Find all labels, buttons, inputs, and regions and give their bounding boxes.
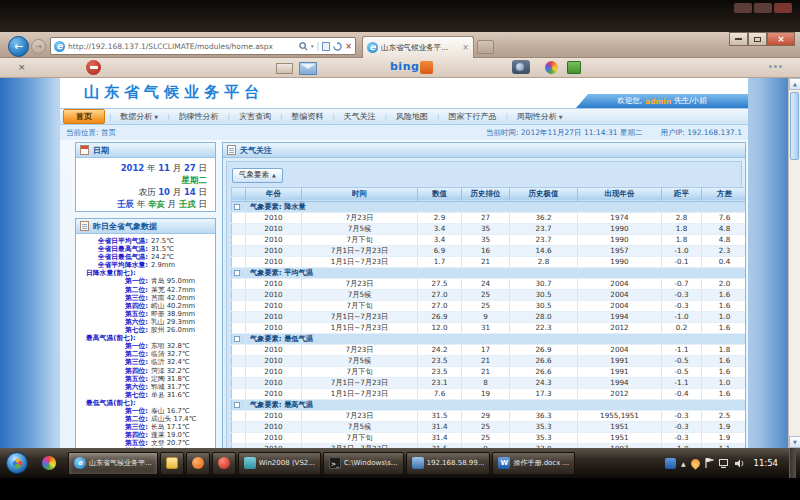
- taskbar-button-4[interactable]: Win2008 (VS2...: [238, 452, 321, 475]
- table-cell: 2010: [246, 421, 302, 432]
- nav-item-label: 整编资料: [291, 111, 323, 122]
- taskbar-button-0[interactable]: 山东省气候业务平...: [68, 452, 158, 475]
- table-cell: 1990: [578, 223, 662, 234]
- pinwheel-icon[interactable]: [545, 61, 558, 74]
- taskbar-button-3[interactable]: [212, 452, 236, 475]
- table-cell: 2012: [578, 388, 662, 399]
- table-cell: 7月5候: [302, 289, 418, 300]
- tab-title: 山东省气候业务平...: [381, 43, 459, 53]
- nav-item-6[interactable]: 风险地图: [387, 109, 437, 124]
- nav-item-3[interactable]: 灾害查询: [230, 109, 280, 124]
- section-checkbox[interactable]: [234, 204, 240, 210]
- list-item: 第三位:长岛 17.1℃: [76, 423, 213, 431]
- scroll-down-icon[interactable]: ▼: [789, 436, 800, 448]
- divider: |: [317, 42, 320, 51]
- page-scrollbar[interactable]: ▲ ▼: [788, 78, 800, 448]
- toolbar-close-icon[interactable]: ×: [18, 62, 26, 72]
- volume-icon[interactable]: [735, 459, 745, 468]
- network-icon[interactable]: [719, 459, 730, 468]
- nav-item-8[interactable]: 周期性分析▼: [508, 109, 572, 124]
- url-text[interactable]: http://192.168.137.1/SLCCLIMATE/modules/…: [68, 42, 296, 51]
- yesterday-title: 昨日全省气象数据: [93, 221, 157, 232]
- back-button[interactable]: ←: [8, 36, 29, 57]
- item-label: 全省日平均气温:: [76, 237, 148, 245]
- blocker-icon[interactable]: [86, 60, 101, 75]
- address-bar[interactable]: http://192.168.137.1/SLCCLIMATE/modules/…: [50, 37, 356, 55]
- table-cell: 7月下旬: [302, 234, 418, 245]
- item-value: 24.2℃: [151, 253, 174, 261]
- forward-button[interactable]: →: [31, 39, 46, 54]
- item-label: 全省日最高气温:: [76, 245, 148, 253]
- nav-item-4[interactable]: 整编资料: [282, 109, 332, 124]
- table-cell: 1990: [578, 256, 662, 267]
- table-cell: 2.3: [702, 245, 747, 256]
- table-cell: 1991: [578, 366, 662, 377]
- section-row[interactable]: 气象要素: 最高气温: [232, 399, 747, 410]
- column-header: [232, 187, 246, 201]
- taskbar-button-6[interactable]: 192.168.58.99...: [406, 452, 491, 475]
- nav-item-1[interactable]: 数据分析▼: [111, 109, 167, 124]
- close-button[interactable]: ×: [767, 32, 795, 46]
- table-row: 20101月1日~7月23日12.03122.320120.21.6: [232, 322, 747, 333]
- browser-tab[interactable]: 山东省气候业务平... ×: [362, 36, 474, 58]
- row-spacer-cell: [232, 256, 246, 267]
- more-options-icon[interactable]: [769, 65, 782, 68]
- pinned-app-icon[interactable]: [42, 456, 56, 470]
- taskbar-button-label: C:\Windows\s...: [344, 459, 398, 467]
- nav-item-7[interactable]: 国家下行产品: [439, 109, 505, 124]
- nav-item-0[interactable]: 首页: [63, 109, 105, 124]
- table-cell: 1951: [578, 432, 662, 443]
- section-row[interactable]: 气象要素: 降水量: [232, 201, 747, 212]
- element-filter-button[interactable]: 气象要素 ▲: [232, 168, 283, 183]
- show-hidden-icons-arrow[interactable]: ▲: [681, 460, 686, 467]
- table-cell: 2012: [578, 322, 662, 333]
- apps-grid-icon[interactable]: [567, 61, 581, 74]
- show-desktop-button[interactable]: [789, 448, 796, 478]
- section-checkbox-cell: [232, 333, 246, 344]
- camera-icon[interactable]: [512, 60, 530, 74]
- compatibility-icon[interactable]: [322, 42, 330, 51]
- list-item: 第五位:定陶 31.8℃: [76, 375, 213, 383]
- list-item: 第三位:莒南 42.0mm: [76, 294, 213, 302]
- list-item: 第四位:菏泽 32.2℃: [76, 367, 213, 375]
- table-row: 20107月5候3.43523.719901.84.8: [232, 223, 747, 234]
- action-center-flag-icon[interactable]: [705, 458, 714, 468]
- taskbar-button-2[interactable]: [186, 452, 210, 475]
- minimize-button[interactable]: [729, 32, 748, 46]
- table-cell: 1.8: [662, 234, 702, 245]
- scroll-up-icon[interactable]: ▲: [789, 78, 800, 90]
- card-icon[interactable]: [276, 63, 293, 74]
- table-cell: 2010: [246, 366, 302, 377]
- table-cell: 1.6: [702, 322, 747, 333]
- section-checkbox[interactable]: [234, 270, 240, 276]
- scrollbar-thumb[interactable]: [790, 92, 799, 160]
- search-dropdown-icon[interactable]: ▾: [311, 43, 314, 49]
- search-icon[interactable]: [299, 42, 308, 51]
- new-tab-button[interactable]: [477, 40, 494, 54]
- maximize-button[interactable]: [748, 32, 767, 46]
- item-value: 崂山 40.2mm: [151, 302, 195, 310]
- section-row[interactable]: 气象要素: 最低气温: [232, 333, 747, 344]
- stop-icon[interactable]: ×: [345, 42, 352, 51]
- refresh-icon[interactable]: [333, 42, 342, 51]
- ime-indicator[interactable]: [665, 458, 676, 469]
- item-value: 长岛 17.1℃: [151, 423, 190, 431]
- table-cell: 7月下旬: [302, 432, 418, 443]
- taskbar-button-5[interactable]: C:\Windows\s...: [323, 452, 404, 475]
- taskbar-clock[interactable]: 11:54: [754, 458, 779, 468]
- search-provider-icon[interactable]: [420, 61, 433, 74]
- welcome-username: admin: [645, 97, 671, 106]
- messenger-icon[interactable]: [689, 457, 702, 470]
- nav-item-2[interactable]: 韵律性分析: [170, 109, 228, 124]
- taskbar-button-1[interactable]: [160, 452, 184, 475]
- table-cell: 28.0: [510, 311, 578, 322]
- taskbar-button-7[interactable]: 操作手册.docx ...: [492, 452, 575, 475]
- bing-logo[interactable]: bing: [390, 60, 419, 73]
- section-checkbox[interactable]: [234, 402, 240, 408]
- nav-item-5[interactable]: 天气关注: [335, 109, 385, 124]
- section-row[interactable]: 气象要素: 平均气温: [232, 267, 747, 278]
- mail-icon[interactable]: [299, 62, 317, 75]
- section-checkbox[interactable]: [234, 336, 240, 342]
- tab-close-icon[interactable]: ×: [462, 43, 469, 52]
- start-button[interactable]: [6, 452, 28, 474]
